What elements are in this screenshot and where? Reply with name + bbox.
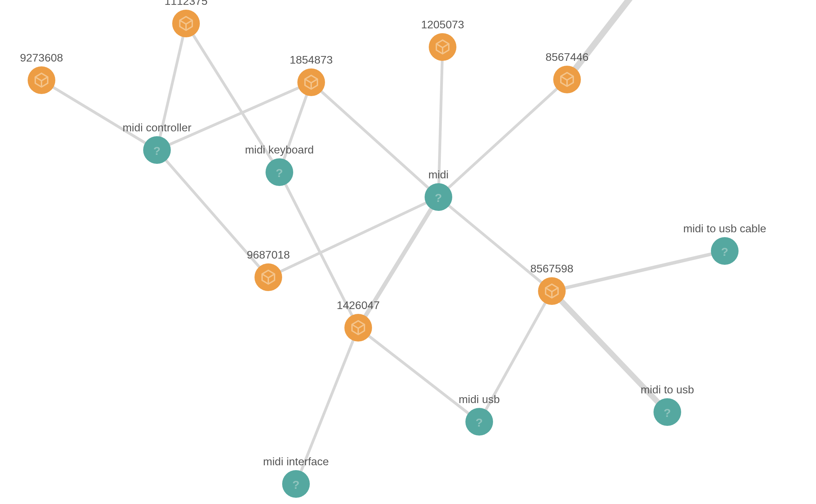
graph-edge (552, 251, 725, 291)
question-icon: ? (154, 144, 161, 157)
edges-layer (41, 0, 725, 484)
question-icon: ? (721, 245, 729, 258)
node-label: midi to usb cable (683, 222, 766, 235)
node-label: midi (428, 168, 449, 181)
node-label: 1854873 (290, 54, 333, 66)
node-label: midi keyboard (245, 143, 314, 156)
graph-edge (567, 0, 650, 80)
nodes-layer: 11123759273608185487312050738567446?midi… (20, 0, 766, 498)
graph-edge (438, 80, 567, 197)
graph-edge (41, 80, 157, 150)
node-label: midi interface (263, 455, 329, 468)
node-label: 9273608 (20, 52, 63, 64)
graph-node[interactable]: ?midi controller (122, 121, 192, 164)
graph-node[interactable]: ?midi (425, 168, 452, 211)
question-icon: ? (293, 478, 300, 491)
graph-node[interactable]: 9273608 (20, 52, 63, 94)
graph-node[interactable]: 1426047 (337, 299, 380, 342)
graph-node[interactable]: 1112375 (165, 0, 208, 37)
graph-canvas[interactable]: 11123759273608185487312050738567446?midi… (0, 0, 816, 504)
graph-node[interactable]: ?midi interface (263, 455, 329, 498)
node-label: 1112375 (165, 0, 208, 7)
graph-node[interactable]: 8567446 (546, 51, 589, 93)
graph-node[interactable]: 8567598 (530, 262, 574, 305)
graph-node[interactable]: ?midi keyboard (245, 143, 314, 186)
graph-node[interactable]: ?midi to usb (641, 383, 694, 426)
graph-edge (358, 328, 479, 422)
question-icon: ? (435, 191, 442, 204)
question-icon: ? (476, 416, 483, 429)
graph-node[interactable]: ?midi usb (458, 393, 500, 436)
node-label: 1426047 (337, 299, 380, 311)
graph-edge (157, 82, 311, 150)
graph-edge (279, 82, 311, 172)
graph-edge (438, 197, 552, 291)
node-label: midi usb (458, 393, 500, 405)
graph-edge (311, 82, 438, 197)
question-icon: ? (664, 406, 671, 419)
node-label: 8567446 (546, 51, 589, 63)
node-label: 8567598 (530, 262, 574, 275)
node-label: midi controller (122, 121, 192, 134)
node-label: 1205073 (421, 18, 464, 31)
node-label: 9687018 (247, 249, 290, 261)
question-icon: ? (276, 166, 283, 179)
node-label: midi to usb (641, 383, 694, 396)
graph-node[interactable]: 1205073 (421, 18, 464, 61)
